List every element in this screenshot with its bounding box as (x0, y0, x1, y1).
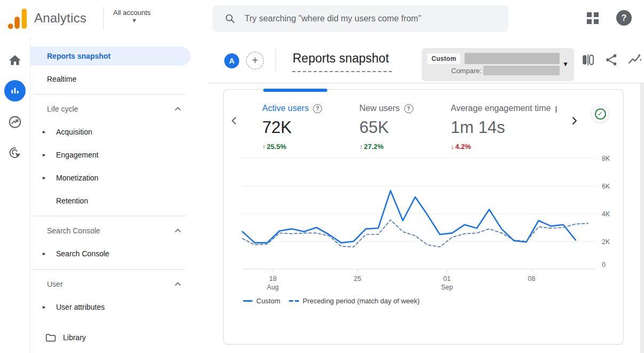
report-nav: Reports snapshot Realtime Life cycle ▸ A… (30, 37, 191, 353)
analytics-app: Analytics All accounts ▼ Try searching "… (0, 0, 644, 353)
page-title[interactable]: Reports snapshot (292, 51, 392, 72)
legend-item-custom: Custom (243, 297, 280, 305)
home-icon[interactable] (8, 53, 22, 67)
insights-icon[interactable] (628, 53, 642, 67)
svg-text:01: 01 (443, 275, 451, 283)
metric-active-users[interactable]: Active users ? 72K ↑25.5% (262, 103, 322, 151)
metric-delta: ↑25.5% (262, 143, 322, 151)
collapse-chevron-icon (175, 229, 181, 233)
nav-section-user[interactable]: User (30, 274, 191, 294)
nav-item-search-console[interactable]: ▸ Search Console (30, 244, 191, 263)
expand-arrow-icon: ▸ (43, 168, 45, 187)
svg-text:6K: 6K (602, 183, 610, 190)
trend-arrow-icon: ↓ (451, 143, 454, 151)
expand-arrow-icon: ▸ (43, 244, 45, 263)
expand-arrow-icon: ▸ (43, 122, 45, 142)
compare-redacted-value (483, 66, 560, 75)
svg-text:Aug: Aug (267, 284, 279, 291)
active-metric-indicator (263, 89, 327, 92)
metric-label: Average engagement time (451, 104, 551, 113)
dashed-line-swatch (289, 300, 299, 302)
nav-section-search-console[interactable]: Search Console (30, 221, 191, 240)
apps-grid-icon[interactable] (587, 12, 599, 24)
metric-new-users[interactable]: New users ? 65K ↑27.2% (359, 103, 413, 151)
metrics-scroll-right-icon[interactable] (570, 116, 578, 125)
google-analytics-logo-icon[interactable] (7, 8, 28, 29)
truncated-label-fragment: p (555, 104, 557, 113)
metric-label: Active users (262, 104, 309, 113)
metric-value: 1m 14s (451, 118, 557, 137)
active-users-chart: 8K6K4K2K018Aug2501Sep08 (240, 153, 620, 295)
trend-arrow-icon: ↑ (359, 143, 363, 151)
metric-value: 65K (359, 118, 413, 137)
search-input[interactable]: Try searching "where did my users come f… (213, 5, 508, 32)
nav-item-retention[interactable]: Retention (30, 191, 191, 210)
collapse-chevron-icon (175, 107, 181, 111)
svg-text:4K: 4K (602, 210, 610, 218)
nav-item-acquisition[interactable]: ▸ Acquisition (30, 122, 191, 142)
metrics-scroll-left-icon[interactable] (230, 116, 239, 125)
account-selector-label: All accounts (113, 9, 151, 17)
top-bar: Analytics All accounts ▼ Try searching "… (0, 0, 644, 37)
metric-delta: ↑27.2% (359, 143, 413, 151)
explore-icon[interactable] (8, 115, 22, 129)
brand-title: Analytics (34, 11, 87, 26)
report-actions (581, 53, 642, 67)
svg-text:08: 08 (528, 275, 536, 283)
metric-average-engagement-time[interactable]: Average engagement timep 1m 14s ↓4.2% (451, 103, 557, 151)
advertising-icon[interactable] (8, 145, 22, 160)
nav-item-engagement[interactable]: ▸ Engagement (30, 145, 191, 164)
nav-item-user-attributes[interactable]: ▸ User attributes (30, 297, 191, 317)
data-quality-badge[interactable]: ✓ (591, 105, 609, 123)
nav-section-life-cycle[interactable]: Life cycle (30, 99, 191, 119)
edit-comparisons-icon[interactable] (581, 53, 595, 67)
date-range-picker[interactable]: Custom ▼ Compare: (422, 48, 574, 81)
help-icon[interactable]: ? (616, 10, 632, 26)
folder-icon (45, 333, 56, 342)
svg-text:25: 25 (354, 275, 361, 283)
search-placeholder: Try searching "where did my users come f… (245, 14, 421, 23)
header-divider (276, 50, 276, 71)
metric-delta: ↓4.2% (451, 143, 557, 151)
help-icon[interactable]: ? (313, 104, 322, 113)
dropdown-caret-icon: ▼ (562, 60, 569, 68)
scrollbar[interactable] (640, 83, 644, 353)
compare-label: Compare: (451, 67, 482, 75)
nav-item-reports-snapshot[interactable]: Reports snapshot (30, 46, 191, 66)
chart-legend: Custom Preceding period (match day of we… (243, 297, 420, 305)
avatar[interactable]: A (224, 53, 239, 68)
metric-value: 72K (262, 118, 322, 137)
add-comparison-button[interactable]: + (246, 52, 264, 69)
account-selector[interactable]: All accounts ▼ (113, 7, 151, 23)
nav-divider (33, 216, 185, 216)
svg-text:0: 0 (602, 261, 606, 269)
svg-text:Sep: Sep (441, 284, 453, 291)
trend-arrow-icon: ↑ (262, 143, 266, 151)
icon-rail (0, 37, 30, 353)
topbar-divider (103, 7, 104, 30)
dropdown-caret-icon: ▼ (131, 18, 151, 23)
nav-item-library[interactable]: Library (30, 328, 191, 347)
chart-svg: 8K6K4K2K018Aug2501Sep08 (240, 153, 620, 293)
reports-icon-active[interactable] (4, 80, 26, 101)
check-icon: ✓ (595, 108, 606, 120)
search-icon (224, 13, 236, 25)
nav-divider (33, 94, 185, 95)
svg-text:2K: 2K (602, 238, 610, 246)
nav-item-monetization[interactable]: ▸ Monetization (30, 168, 191, 187)
svg-text:18: 18 (269, 275, 277, 283)
svg-text:8K: 8K (602, 155, 610, 162)
help-icon[interactable]: ? (404, 104, 413, 113)
nav-item-realtime[interactable]: Realtime (30, 69, 191, 89)
share-icon[interactable] (604, 53, 618, 67)
solid-line-swatch (243, 300, 253, 302)
expand-arrow-icon: ▸ (43, 297, 45, 317)
expand-arrow-icon: ▸ (43, 145, 45, 164)
nav-divider (33, 269, 185, 270)
reports-snapshot-card: ✓ Active users ? 72K ↑25.5% New users ? … (223, 89, 624, 344)
content-divider (208, 83, 644, 83)
collapse-chevron-icon (175, 282, 181, 286)
metric-label: New users (359, 104, 400, 113)
legend-item-preceding-period: Preceding period (match day of week) (289, 297, 420, 305)
date-range-badge: Custom (427, 53, 460, 64)
